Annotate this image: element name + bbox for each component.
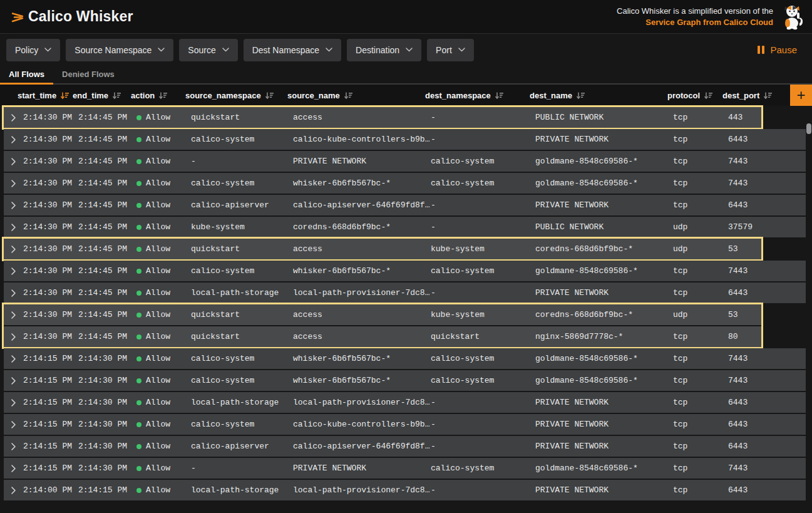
cell-dest-namespace: - (431, 442, 535, 451)
column-header-dest-port[interactable]: dest_port (722, 91, 772, 100)
table-row[interactable]: 2:14:15 PM 2:14:30 PM Allow - PRIVATE NE… (4, 458, 806, 479)
table-row[interactable]: 2:14:30 PM 2:14:45 PM Allow kube-system … (4, 217, 806, 237)
row-expander-icon[interactable] (4, 487, 23, 494)
cell-protocol: tcp (673, 135, 728, 144)
sort-icon[interactable] (112, 91, 121, 100)
cell-dest-namespace: calico-system (431, 376, 535, 385)
table-row[interactable]: 2:14:15 PM 2:14:30 PM Allow calico-apise… (4, 436, 806, 457)
row-expander-icon[interactable] (4, 136, 23, 143)
sort-icon[interactable] (704, 91, 712, 100)
scrollbar[interactable] (806, 107, 811, 500)
scrollbar-thumb[interactable] (806, 123, 811, 134)
tagline-text: Calico Whisker is a simplified version o… (617, 6, 773, 17)
filter-dest-namespace[interactable]: Dest Namespace (244, 39, 341, 61)
cell-action: Allow (136, 179, 191, 188)
cell-source-name: local-path-provisioner-7dc8… (293, 398, 431, 407)
column-header-dest-name[interactable]: dest_name (530, 91, 667, 100)
table-row[interactable]: 2:14:30 PM 2:14:45 PM Allow calico-apise… (4, 195, 806, 215)
cell-action: Allow (136, 157, 191, 166)
table-row[interactable]: 2:14:00 PM 2:14:15 PM Allow local-path-s… (4, 480, 806, 500)
filter-destination[interactable]: Destination (347, 39, 421, 61)
row-expander-icon[interactable] (4, 114, 23, 122)
cell-action: Allow (136, 288, 191, 298)
cell-source-name: calico-kube-controllers-b9b… (293, 135, 431, 144)
table-row[interactable]: 2:14:15 PM 2:14:30 PM Allow calico-syste… (4, 348, 806, 369)
app-title: Calico Whisker (28, 8, 133, 25)
column-header-end-time[interactable]: end_time (73, 91, 131, 100)
cell-dest-namespace: - (431, 485, 535, 495)
row-expander-icon[interactable] (4, 267, 23, 275)
row-expander-icon[interactable] (4, 246, 23, 253)
cell-protocol: tcp (673, 157, 728, 166)
cell-dest-port: 6443 (728, 135, 806, 144)
app-header: Calico Whisker Calico Whisker is a simpl… (0, 0, 812, 34)
row-expander-icon[interactable] (4, 465, 23, 472)
table-row[interactable]: 2:14:30 PM 2:14:45 PM Allow quickstart a… (4, 326, 761, 347)
tab-denied-flows[interactable]: Denied Flows (53, 66, 123, 85)
row-expander-icon[interactable] (4, 443, 23, 450)
cell-start-time: 2:14:30 PM (23, 288, 78, 298)
cell-start-time: 2:14:00 PM (23, 485, 78, 495)
column-header-start-time[interactable]: start_time (18, 91, 73, 100)
cell-dest-name: goldmane-8548c69586-* (535, 464, 673, 473)
add-column-button[interactable]: + (790, 85, 812, 106)
row-expander-icon[interactable] (4, 421, 23, 428)
sort-icon[interactable] (576, 91, 585, 100)
table-row[interactable]: 2:14:30 PM 2:14:45 PM Allow calico-syste… (4, 261, 806, 281)
cell-dest-name: nginx-5869d7778c-* (535, 332, 673, 341)
row-expander-icon[interactable] (4, 289, 23, 297)
column-header-source-namespace[interactable]: source_namespace (185, 91, 287, 100)
filter-source[interactable]: Source (179, 39, 237, 61)
cell-end-time: 2:14:45 PM (78, 288, 136, 298)
sort-icon[interactable] (763, 91, 772, 100)
table-row[interactable]: 2:14:30 PM 2:14:45 PM Allow quickstart a… (4, 107, 761, 128)
pause-button[interactable]: Pause (758, 44, 806, 55)
cell-start-time: 2:14:30 PM (23, 179, 78, 188)
column-header-action[interactable]: action (131, 91, 185, 100)
cell-protocol: tcp (673, 354, 728, 363)
cell-dest-namespace: calico-system (431, 464, 535, 473)
sort-icon[interactable] (265, 91, 274, 100)
sort-icon[interactable] (158, 91, 167, 100)
row-expander-icon[interactable] (4, 311, 23, 319)
cell-dest-port: 53 (728, 310, 761, 319)
column-header-protocol[interactable]: protocol (667, 91, 722, 100)
row-expander-icon[interactable] (4, 202, 23, 209)
cell-source-namespace: - (191, 157, 293, 166)
table-row[interactable]: 2:14:30 PM 2:14:45 PM Allow quickstart a… (4, 239, 761, 259)
cell-dest-port: 7443 (728, 179, 806, 188)
service-graph-link[interactable]: Service Graph from Calico Cloud (645, 18, 773, 27)
sort-icon[interactable] (495, 91, 503, 100)
cell-start-time: 2:14:30 PM (23, 222, 78, 232)
column-header-source-name[interactable]: source_name (287, 91, 425, 100)
filter-policy[interactable]: Policy (6, 39, 60, 61)
table-row[interactable]: 2:14:15 PM 2:14:30 PM Allow calico-syste… (4, 370, 806, 391)
row-expander-icon[interactable] (4, 224, 23, 231)
sort-icon[interactable] (60, 91, 69, 100)
row-expander-icon[interactable] (4, 355, 23, 363)
sort-icon[interactable] (344, 91, 352, 100)
cell-action: Allow (136, 113, 191, 122)
row-expander-icon[interactable] (4, 333, 23, 341)
table-row[interactable]: 2:14:30 PM 2:14:45 PM Allow calico-syste… (4, 173, 806, 194)
cell-dest-name: PRIVATE NETWORK (535, 420, 673, 429)
row-expander-icon[interactable] (4, 399, 23, 407)
table-row[interactable]: 2:14:15 PM 2:14:30 PM Allow local-path-s… (4, 392, 806, 413)
filter-port[interactable]: Port (427, 39, 474, 61)
allow-status-dot (136, 137, 141, 142)
chevron-down-icon (326, 48, 332, 52)
table-row[interactable]: 2:14:30 PM 2:14:45 PM Allow calico-syste… (4, 129, 806, 150)
cell-source-namespace: calico-system (191, 135, 293, 144)
filter-source-namespace[interactable]: Source Namespace (66, 39, 173, 61)
table-row[interactable]: 2:14:15 PM 2:14:30 PM Allow calico-syste… (4, 414, 806, 435)
table-row[interactable]: 2:14:30 PM 2:14:45 PM Allow quickstart a… (4, 304, 761, 325)
row-expander-icon[interactable] (4, 180, 23, 187)
row-expander-icon[interactable] (4, 158, 23, 165)
table-row[interactable]: 2:14:30 PM 2:14:45 PM Allow - PRIVATE NE… (4, 151, 806, 172)
row-expander-icon[interactable] (4, 377, 23, 385)
cell-source-namespace: - (191, 464, 293, 473)
column-header-dest-namespace[interactable]: dest_namespace (425, 91, 530, 100)
tab-all-flows[interactable]: All Flows (0, 66, 53, 85)
table-row[interactable]: 2:14:30 PM 2:14:45 PM Allow local-path-s… (4, 282, 806, 303)
cell-dest-port: 7443 (728, 376, 806, 385)
